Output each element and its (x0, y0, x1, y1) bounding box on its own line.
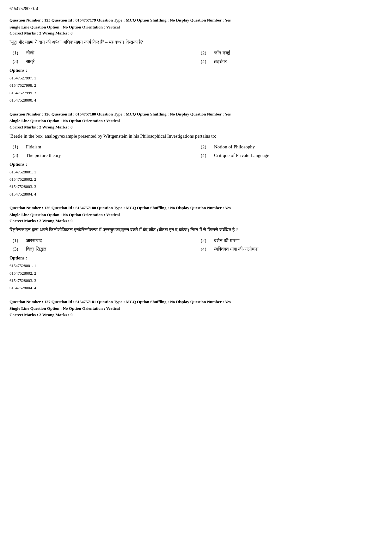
list-item: 61547528004. 4 (9, 190, 383, 198)
list-item: 61547528000. 4 (9, 97, 383, 104)
option-text-126b-4: व्यक्तिगत भाषा की आलोचना (214, 246, 258, 252)
marks-126a: Correct Marks : 2 Wrong Marks : 0 (9, 125, 383, 130)
question-block-127: Question Number : 127 Question Id : 6154… (9, 299, 383, 317)
question-text-126b: विट्गेन्स्टाइन द्वारा अपने फिलोसोफिकल इन… (9, 226, 383, 234)
option-126b-3: (3) चित्र सिद्धांत (13, 246, 194, 252)
list-item: 61547528004. 4 (9, 284, 383, 291)
option-text-126a-2: Notion of Philosophy (214, 144, 255, 150)
option-num-126b-1: (1) (13, 238, 22, 243)
option-num-126b-4: (4) (201, 246, 210, 252)
option-text-126b-1: आस्थावाद (26, 238, 42, 243)
options-grid-126a: (1) Fideism (2) Notion of Philosophy (3)… (9, 144, 383, 158)
option-num-125-1: (1) (13, 50, 22, 56)
options-label-126a: Options : (9, 162, 383, 167)
option-text-125-1: नीत्शे (26, 50, 34, 56)
option-num-126a-4: (4) (201, 153, 210, 158)
option-126a-3: (3) The picture theory (13, 153, 194, 158)
option-text-126a-1: Fideism (26, 144, 41, 150)
marks-127: Correct Marks : 2 Wrong Marks : 0 (9, 312, 383, 317)
option-num-125-2: (2) (201, 50, 210, 56)
options-list-126a: 61547528001. 1 61547528002. 2 6154752800… (9, 168, 383, 198)
question-meta-127-1: Question Number : 127 Question Id : 6154… (9, 299, 383, 305)
marks-126b: Correct Marks : 2 Wrong Marks : 0 (9, 218, 383, 223)
option-text-125-2: जॉन डयूई (214, 50, 230, 56)
option-num-126a-3: (3) (13, 153, 22, 158)
option-126b-4: (4) व्यक्तिगत भाषा की आलोचना (201, 246, 383, 252)
question-meta-125-1: Question Number : 125 Question Id : 6154… (9, 17, 383, 23)
question-meta-126b-2: Single Line Question Option : No Option … (9, 212, 383, 218)
list-item: 61547527998. 2 (9, 82, 383, 89)
options-list-126b: 61547528001. 1 61547528002. 2 6154752800… (9, 262, 383, 292)
option-num-126a-2: (2) (201, 144, 210, 150)
question-meta-126a-2: Single Line Question Option : No Option … (9, 118, 383, 124)
options-grid-126b: (1) आस्थावाद (2) दर्शन की धारणा (3) चित्… (9, 238, 383, 252)
list-item: 61547527997. 1 (9, 74, 383, 82)
question-block-126b: Question Number : 126 Question Id : 6154… (9, 205, 383, 292)
option-126b-1: (1) आस्थावाद (13, 238, 194, 243)
option-num-126b-2: (2) (201, 238, 210, 243)
option-125-4: (4) हाइडेगर (201, 59, 383, 64)
option-126a-2: (2) Notion of Philosophy (201, 144, 383, 150)
list-item: 61547528001. 1 (9, 262, 383, 269)
option-text-126a-4: Critique of Private Language (214, 153, 269, 158)
options-list-125: 61547527997. 1 61547527998. 2 6154752799… (9, 74, 383, 104)
option-text-126b-2: दर्शन की धारणा (214, 238, 239, 243)
list-item: 61547527999. 3 (9, 89, 383, 97)
question-meta-125-2: Single Line Question Option : No Option … (9, 24, 383, 30)
option-126a-4: (4) Critique of Private Language (201, 153, 383, 158)
options-grid-125: (1) नीत्शे (2) जॉन डयूई (3) सार्त्र (4) … (9, 50, 383, 64)
option-num-126a-1: (1) (13, 144, 22, 150)
option-125-1: (1) नीत्शे (13, 50, 194, 56)
list-item: 61547528002. 2 (9, 176, 383, 183)
options-label-126b: Options : (9, 256, 383, 261)
option-126b-2: (2) दर्शन की धारणा (201, 238, 383, 243)
option-num-126b-3: (3) (13, 246, 22, 252)
list-item: 61547528003. 3 (9, 277, 383, 284)
option-num-125-4: (4) (201, 59, 210, 64)
question-meta-126b-1: Question Number : 126 Question Id : 6154… (9, 205, 383, 211)
option-125-3: (3) सार्त्र (13, 59, 194, 64)
marks-125: Correct Marks : 2 Wrong Marks : 0 (9, 31, 383, 36)
question-block-125: Question Number : 125 Question Id : 6154… (9, 17, 383, 104)
options-label-125: Options : (9, 68, 383, 73)
option-text-125-3: सार्त्र (26, 59, 35, 64)
question-text-125: ''युद्ध और माहम ने दान की अपेक्षा अधिक म… (9, 38, 383, 46)
option-125-2: (2) जॉन डयूई (201, 50, 383, 56)
option-text-125-4: हाइडेगर (214, 59, 227, 64)
option-126a-1: (1) Fideism (13, 144, 194, 150)
option-text-126a-3: The picture theory (26, 153, 61, 158)
list-item: 61547528001. 1 (9, 168, 383, 176)
question-meta-126a-1: Question Number : 126 Question Id : 6154… (9, 111, 383, 117)
list-item: 61547528003. 3 (9, 183, 383, 190)
question-meta-127-2: Single Line Question Option : No Option … (9, 305, 383, 312)
question-block-126a: Question Number : 126 Question Id : 6154… (9, 111, 383, 198)
option-num-125-3: (3) (13, 59, 22, 64)
page-header: 61547528000. 4 (9, 6, 383, 11)
option-text-126b-3: चित्र सिद्धांत (26, 246, 46, 252)
question-text-126a: 'Beetle in the box' analogy/example pres… (9, 132, 383, 140)
list-item: 61547528002. 2 (9, 270, 383, 277)
